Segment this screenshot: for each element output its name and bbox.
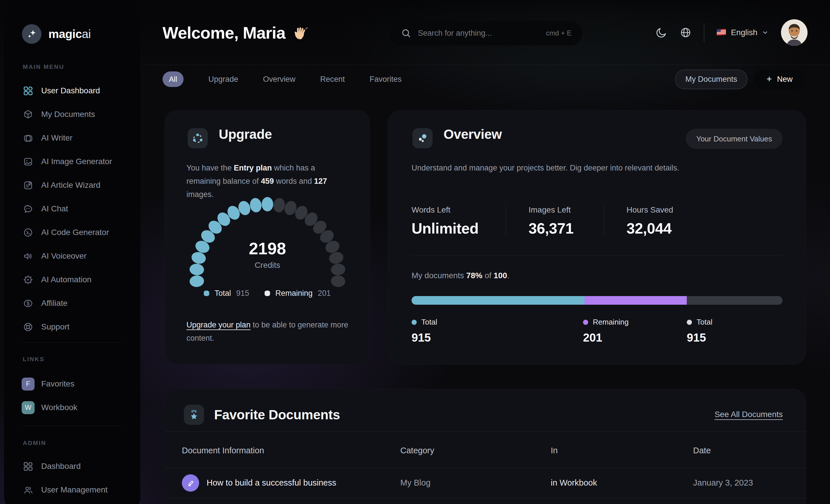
overview-card-title: Overview (444, 127, 502, 142)
my-documents-button[interactable]: My Documents (675, 69, 747, 89)
moon-icon[interactable] (656, 27, 667, 39)
document-values-button[interactable]: Your Document Values (686, 129, 783, 149)
topbar: Welcome, Maria (140, 0, 830, 65)
topbar-actions: English (656, 0, 807, 65)
section-label-main-menu: MAIN MENU (23, 63, 64, 70)
see-all-documents-link[interactable]: See All Documents (714, 410, 783, 419)
legend-remaining-purple: Remaining 201 (583, 318, 629, 344)
section-label-links: LINKS (23, 356, 45, 363)
new-button[interactable]: + New (754, 69, 805, 89)
sidebar-item-admin-dashboard[interactable]: Dashboard (4, 455, 140, 478)
plan-summary: You have the Entry plan which has a rema… (187, 161, 350, 201)
dollar-icon: $ (23, 298, 33, 309)
upgrade-card-title: Upgrade (219, 127, 272, 142)
divider (165, 498, 806, 498)
sidebar-item-ai-automation[interactable]: AI Automation (4, 268, 140, 292)
svg-text:$: $ (27, 301, 30, 306)
cube-icon (23, 109, 33, 120)
sidebar-item-user-dashboard[interactable]: User Dashboard (4, 79, 140, 103)
upgrade-plan-link[interactable]: Upgrade your plan (187, 321, 250, 329)
sidebar-item-favorites[interactable]: F Favorites (4, 372, 140, 396)
legend-total-cyan: Total 915 (412, 318, 437, 344)
share-nodes-icon (188, 128, 208, 148)
sidebar-divider (23, 426, 122, 426)
search-input[interactable]: Search for anything... cmd + E (390, 21, 582, 45)
gear-play-icon (23, 274, 33, 285)
sidebar-item-user-management[interactable]: User Management (4, 478, 140, 502)
speaker-icon (23, 251, 33, 262)
brand-logo[interactable]: magicai (22, 24, 91, 44)
search-placeholder: Search for anything... (418, 29, 540, 38)
section-label-admin: ADMIN (23, 439, 46, 446)
filter-tabs: All Upgrade Overview Recent Favorites (163, 71, 402, 87)
overview-stats: Words Left Unlimited Images Left 36,371 … (412, 205, 783, 237)
credits-gauge: 2198 Credits (187, 197, 348, 293)
sidebar-item-ai-chat[interactable]: AI Chat (4, 197, 140, 221)
admin-menu: Dashboard User Management (4, 455, 140, 504)
chat-bubble-icon (23, 204, 33, 214)
sidebar-item-workbook[interactable]: W Workbook (4, 396, 140, 419)
credits-label: Credits (187, 261, 348, 270)
sidebar-divider (23, 342, 122, 343)
favorites-badge-icon: F (22, 377, 35, 391)
pen-icon (182, 474, 199, 492)
table-row[interactable]: How to build a successful business My Bl… (182, 468, 789, 498)
language-selector[interactable]: English (716, 28, 769, 37)
sidebar-item-ai-code-generator[interactable]: AI Code Generator (4, 221, 140, 244)
document-cell: How to build a successful business (182, 474, 400, 492)
table-header: Document Information Category In Date (182, 437, 789, 463)
documents-progress-legend: Total 915 Remaining 201 Total 915 (412, 318, 783, 355)
upgrade-cta: Upgrade your plan to be able to generate… (187, 318, 359, 345)
legend-dot-gray (687, 320, 692, 325)
welcome-title: Welcome, Maria (163, 23, 285, 42)
sidebar: magicai MAIN MENU User Dashboard My Docu… (4, 4, 140, 504)
legend-total-gray: Total 915 (687, 318, 712, 344)
sidebar-item-ai-writer[interactable]: AI Writer (4, 126, 140, 150)
favorite-documents-card: Favorite Documents See All Documents Doc… (165, 389, 806, 504)
divider (704, 23, 704, 42)
sidebar-item-my-documents[interactable]: My Documents (4, 103, 140, 126)
legend-remaining: Remaining 201 (264, 289, 330, 298)
links-menu: F Favorites W Workbook (4, 372, 140, 419)
search-icon (401, 28, 412, 39)
terminal-icon (23, 227, 33, 238)
credits-legend: Total 915 Remaining 201 (165, 289, 370, 298)
sidebar-item-ai-image-generator[interactable]: AI Image Generator (4, 150, 140, 173)
sidebar-item-ai-article-wizard[interactable]: AI Article Wizard (4, 173, 140, 197)
tab-all[interactable]: All (163, 71, 184, 87)
tab-upgrade[interactable]: Upgrade (209, 75, 238, 84)
legend-dot-purple (583, 320, 588, 325)
magicai-dashboard: { "brand": { "logo_bold": "magic", "logo… (0, 0, 830, 504)
wave-emoji-icon (292, 25, 308, 41)
tab-overview[interactable]: Overview (263, 75, 295, 84)
search-shortcut: cmd + E (546, 29, 572, 37)
stat-hours-saved: Hours Saved 32,044 (604, 205, 673, 237)
sidebar-item-ai-voiceover[interactable]: AI Voiceover (4, 244, 140, 268)
overview-card: Overview Your Document Values Understand… (388, 110, 806, 365)
legend-total: Total 915 (204, 289, 249, 298)
us-flag-icon (716, 29, 727, 36)
stat-images-left: Images Left 36,371 (506, 205, 604, 237)
divider (165, 431, 806, 432)
pages-icon (23, 133, 33, 143)
favorites-card-title: Favorite Documents (214, 407, 340, 423)
sidebar-item-partial[interactable] (4, 502, 140, 504)
documents-progress-bar (412, 296, 783, 305)
progress-segment-remaining (584, 296, 687, 305)
language-label: English (731, 28, 757, 37)
globe-icon[interactable] (679, 27, 692, 39)
legend-dot-white (264, 291, 270, 296)
avatar[interactable] (781, 19, 807, 46)
chevron-down-icon (761, 29, 769, 36)
shooting-star-icon (184, 405, 204, 425)
sidebar-item-affiliate[interactable]: $ Affiliate (4, 292, 140, 315)
progress-segment-total (687, 296, 783, 305)
sparkles-logo-icon (22, 24, 41, 44)
main-menu: User Dashboard My Documents AI Writer AI… (4, 79, 140, 339)
brand-name: magicai (49, 27, 91, 41)
tab-recent[interactable]: Recent (320, 75, 345, 84)
tab-favorites[interactable]: Favorites (370, 75, 402, 84)
sidebar-item-support[interactable]: Support (4, 315, 140, 339)
legend-dot-cyan (204, 291, 209, 296)
documents-progress-caption: My documents 78% of 100. (412, 271, 509, 280)
